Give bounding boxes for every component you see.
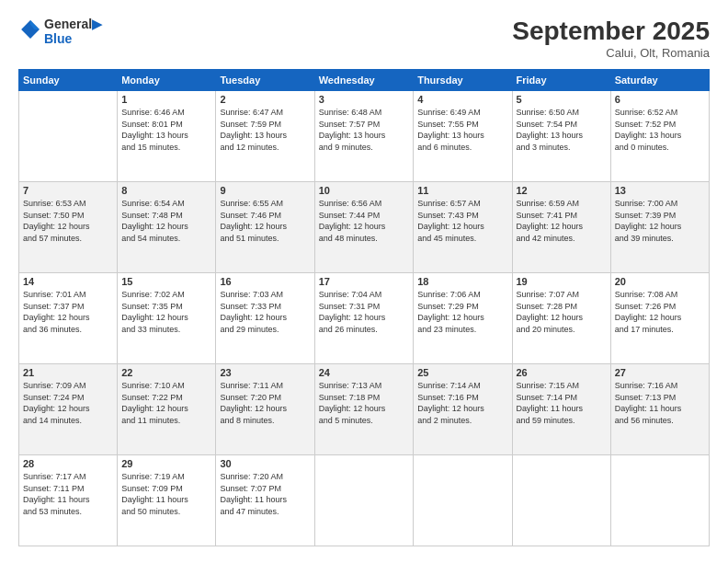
table-cell: 11Sunrise: 6:57 AM Sunset: 7:43 PM Dayli… (414, 182, 512, 273)
day-number: 21 (23, 367, 113, 378)
day-number: 25 (417, 367, 507, 378)
table-cell: 19Sunrise: 7:07 AM Sunset: 7:28 PM Dayli… (512, 273, 610, 364)
day-number: 4 (417, 94, 507, 105)
table-cell: 13Sunrise: 7:00 AM Sunset: 7:39 PM Dayli… (610, 182, 709, 273)
day-info: Sunrise: 7:19 AM Sunset: 7:09 PM Dayligh… (121, 471, 211, 517)
header: General▶ Blue September 2025 Calui, Olt,… (18, 17, 710, 60)
table-cell: 4Sunrise: 6:49 AM Sunset: 7:55 PM Daylig… (414, 91, 512, 182)
table-cell: 20Sunrise: 7:08 AM Sunset: 7:26 PM Dayli… (610, 273, 709, 364)
table-cell: 3Sunrise: 6:48 AM Sunset: 7:57 PM Daylig… (314, 91, 413, 182)
week-row-3: 21Sunrise: 7:09 AM Sunset: 7:24 PM Dayli… (19, 364, 710, 455)
day-number: 27 (615, 367, 705, 378)
day-number: 13 (615, 185, 705, 196)
header-wednesday: Wednesday (314, 70, 413, 91)
page: General▶ Blue September 2025 Calui, Olt,… (0, 0, 728, 563)
table-cell: 22Sunrise: 7:10 AM Sunset: 7:22 PM Dayli… (118, 364, 216, 455)
day-info: Sunrise: 7:16 AM Sunset: 7:13 PM Dayligh… (615, 380, 705, 426)
day-number: 19 (517, 276, 607, 287)
day-info: Sunrise: 6:46 AM Sunset: 8:01 PM Dayligh… (121, 107, 211, 153)
table-cell: 8Sunrise: 6:54 AM Sunset: 7:48 PM Daylig… (118, 182, 216, 273)
day-info: Sunrise: 6:53 AM Sunset: 7:50 PM Dayligh… (23, 198, 113, 244)
table-cell: 6Sunrise: 6:52 AM Sunset: 7:52 PM Daylig… (610, 91, 709, 182)
day-number: 30 (220, 458, 310, 469)
day-number: 8 (121, 185, 211, 196)
table-cell: 7Sunrise: 6:53 AM Sunset: 7:50 PM Daylig… (19, 182, 118, 273)
table-cell: 2Sunrise: 6:47 AM Sunset: 7:59 PM Daylig… (216, 91, 314, 182)
day-number: 22 (121, 367, 211, 378)
day-info: Sunrise: 7:01 AM Sunset: 7:37 PM Dayligh… (23, 289, 113, 335)
day-info: Sunrise: 7:10 AM Sunset: 7:22 PM Dayligh… (121, 380, 211, 426)
header-sunday: Sunday (19, 70, 118, 91)
day-info: Sunrise: 6:52 AM Sunset: 7:52 PM Dayligh… (615, 107, 705, 153)
day-number: 3 (319, 94, 409, 105)
day-info: Sunrise: 7:06 AM Sunset: 7:29 PM Dayligh… (417, 289, 507, 335)
day-info: Sunrise: 7:09 AM Sunset: 7:24 PM Dayligh… (23, 380, 113, 426)
table-cell: 29Sunrise: 7:19 AM Sunset: 7:09 PM Dayli… (118, 455, 216, 546)
table-cell: 18Sunrise: 7:06 AM Sunset: 7:29 PM Dayli… (414, 273, 512, 364)
table-cell: 21Sunrise: 7:09 AM Sunset: 7:24 PM Dayli… (19, 364, 118, 455)
day-number: 14 (23, 276, 113, 287)
month-title: September 2025 (512, 17, 710, 46)
day-number: 17 (319, 276, 409, 287)
day-info: Sunrise: 7:02 AM Sunset: 7:35 PM Dayligh… (121, 289, 211, 335)
week-row-2: 14Sunrise: 7:01 AM Sunset: 7:37 PM Dayli… (19, 273, 710, 364)
table-cell (314, 455, 413, 546)
week-row-4: 28Sunrise: 7:17 AM Sunset: 7:11 PM Dayli… (19, 455, 710, 546)
header-monday: Monday (118, 70, 216, 91)
table-cell: 12Sunrise: 6:59 AM Sunset: 7:41 PM Dayli… (512, 182, 610, 273)
day-info: Sunrise: 6:49 AM Sunset: 7:55 PM Dayligh… (417, 107, 507, 153)
day-info: Sunrise: 6:59 AM Sunset: 7:41 PM Dayligh… (517, 198, 607, 244)
header-thursday: Thursday (414, 70, 512, 91)
day-number: 6 (615, 94, 705, 105)
day-info: Sunrise: 7:03 AM Sunset: 7:33 PM Dayligh… (220, 289, 310, 335)
day-number: 5 (517, 94, 607, 105)
day-info: Sunrise: 7:04 AM Sunset: 7:31 PM Dayligh… (319, 289, 409, 335)
week-row-1: 7Sunrise: 6:53 AM Sunset: 7:50 PM Daylig… (19, 182, 710, 273)
day-number: 10 (319, 185, 409, 196)
day-info: Sunrise: 6:48 AM Sunset: 7:57 PM Dayligh… (319, 107, 409, 153)
table-cell (610, 455, 709, 546)
table-cell: 17Sunrise: 7:04 AM Sunset: 7:31 PM Dayli… (314, 273, 413, 364)
day-info: Sunrise: 7:13 AM Sunset: 7:18 PM Dayligh… (319, 380, 409, 426)
table-cell (512, 455, 610, 546)
day-number: 9 (220, 185, 310, 196)
table-cell: 24Sunrise: 7:13 AM Sunset: 7:18 PM Dayli… (314, 364, 413, 455)
day-info: Sunrise: 7:08 AM Sunset: 7:26 PM Dayligh… (615, 289, 705, 335)
day-info: Sunrise: 6:55 AM Sunset: 7:46 PM Dayligh… (220, 198, 310, 244)
table-cell: 1Sunrise: 6:46 AM Sunset: 8:01 PM Daylig… (118, 91, 216, 182)
logo-icon (20, 19, 40, 40)
header-saturday: Saturday (610, 70, 709, 91)
day-info: Sunrise: 7:17 AM Sunset: 7:11 PM Dayligh… (23, 471, 113, 517)
table-cell: 14Sunrise: 7:01 AM Sunset: 7:37 PM Dayli… (19, 273, 118, 364)
table-cell: 15Sunrise: 7:02 AM Sunset: 7:35 PM Dayli… (118, 273, 216, 364)
week-row-0: 1Sunrise: 6:46 AM Sunset: 8:01 PM Daylig… (19, 91, 710, 182)
day-info: Sunrise: 7:15 AM Sunset: 7:14 PM Dayligh… (517, 380, 607, 426)
day-number: 24 (319, 367, 409, 378)
table-cell: 5Sunrise: 6:50 AM Sunset: 7:54 PM Daylig… (512, 91, 610, 182)
day-number: 7 (23, 185, 113, 196)
table-cell: 10Sunrise: 6:56 AM Sunset: 7:44 PM Dayli… (314, 182, 413, 273)
day-number: 18 (417, 276, 507, 287)
day-number: 29 (121, 458, 211, 469)
table-cell: 28Sunrise: 7:17 AM Sunset: 7:11 PM Dayli… (19, 455, 118, 546)
day-info: Sunrise: 7:11 AM Sunset: 7:20 PM Dayligh… (220, 380, 310, 426)
table-cell: 16Sunrise: 7:03 AM Sunset: 7:33 PM Dayli… (216, 273, 314, 364)
day-info: Sunrise: 7:14 AM Sunset: 7:16 PM Dayligh… (417, 380, 507, 426)
day-info: Sunrise: 6:47 AM Sunset: 7:59 PM Dayligh… (220, 107, 310, 153)
table-cell: 26Sunrise: 7:15 AM Sunset: 7:14 PM Dayli… (512, 364, 610, 455)
table-cell (414, 455, 512, 546)
table-cell: 30Sunrise: 7:20 AM Sunset: 7:07 PM Dayli… (216, 455, 314, 546)
day-number: 26 (517, 367, 607, 378)
day-number: 16 (220, 276, 310, 287)
day-number: 23 (220, 367, 310, 378)
day-number: 12 (517, 185, 607, 196)
day-number: 15 (121, 276, 211, 287)
day-number: 28 (23, 458, 113, 469)
day-number: 11 (417, 185, 507, 196)
logo: General▶ Blue (18, 17, 102, 46)
day-info: Sunrise: 6:56 AM Sunset: 7:44 PM Dayligh… (319, 198, 409, 244)
table-cell: 23Sunrise: 7:11 AM Sunset: 7:20 PM Dayli… (216, 364, 314, 455)
day-info: Sunrise: 7:20 AM Sunset: 7:07 PM Dayligh… (220, 471, 310, 517)
table-cell: 25Sunrise: 7:14 AM Sunset: 7:16 PM Dayli… (414, 364, 512, 455)
day-number: 2 (220, 94, 310, 105)
